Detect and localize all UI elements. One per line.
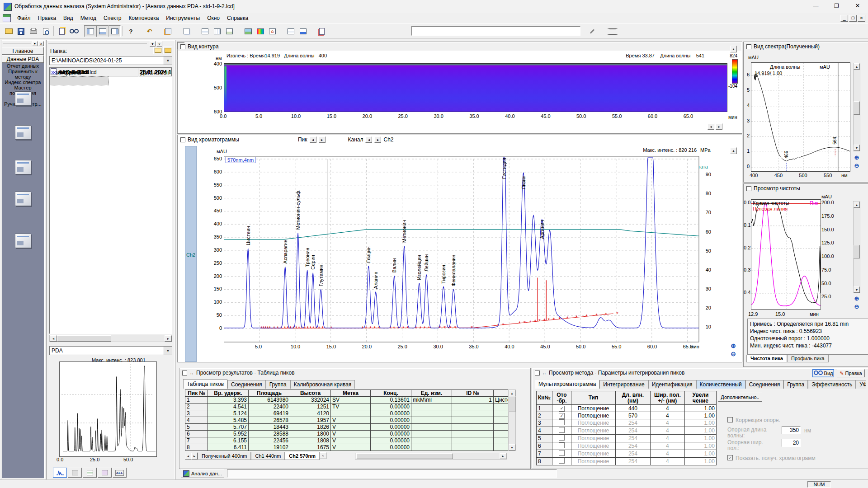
menu-Окно[interactable]: Окно — [203, 14, 223, 23]
layout-right-toggle[interactable] — [108, 25, 121, 37]
menu-Компоновка[interactable]: Компоновка — [125, 14, 162, 23]
channel-prev-button[interactable]: ◄ — [365, 136, 372, 143]
edit-button[interactable]: ✎ Правка — [837, 369, 865, 377]
purity-plot[interactable] — [751, 199, 821, 310]
method-table-row[interactable]: 7Поглощение25441.00 — [537, 450, 717, 458]
method-tab-6[interactable]: Группа — [783, 380, 808, 389]
mini-chromatogram[interactable] — [59, 361, 157, 457]
results-table[interactable]: Пик №Вр. удерж.ПлощадьВысотаМеткаКонц.Ед… — [185, 389, 512, 451]
peak-table-row[interactable]: 65.952285881800V0.00000 — [185, 431, 512, 437]
wavelength-tag[interactable]: 570nm,4nm — [226, 157, 255, 163]
contour-right-arrow[interactable]: ► — [716, 123, 722, 130]
chevron-down-icon[interactable]: ▼ — [164, 56, 172, 65]
mdi-close-button[interactable]: ✕ — [858, 15, 865, 22]
channel-tab-Ch2-570nm[interactable]: Ch2 570nm — [285, 452, 320, 460]
menu-Инструменты[interactable]: Инструменты — [162, 14, 203, 23]
method-table-row[interactable]: 5Поглощение25441.00 — [537, 435, 717, 442]
purity-tab-1[interactable]: Чистота пика — [746, 355, 787, 362]
sidebar-item-1[interactable]: Отчет данных — [2, 63, 44, 69]
ref-bandwidth-field[interactable]: 20 — [782, 439, 801, 447]
mdi-minimize-button[interactable]: _ — [840, 15, 848, 22]
contour-view-button[interactable] — [254, 25, 266, 37]
results-tab-4[interactable]: Калибровочная кривая — [290, 380, 355, 389]
detector-combo[interactable]: PDA ▼ — [49, 346, 172, 355]
menu-Справка[interactable]: Справка — [223, 14, 252, 23]
sidebar-item-2[interactable]: Применить к методу — [2, 69, 44, 80]
peak-table-header[interactable]: Ед. изм. — [411, 390, 452, 397]
menu-Правка[interactable]: Правка — [34, 14, 60, 23]
minimize-button[interactable]: — — [806, 0, 826, 13]
peak-table-header[interactable]: Вр. удерж. — [208, 390, 249, 397]
contour-plot[interactable] — [224, 63, 727, 112]
menu-Вид[interactable]: Вид — [60, 14, 77, 23]
additional-button[interactable]: Дополнительно.. — [718, 393, 762, 402]
peak-table-row[interactable]: 76.155224561808V0.00000 — [185, 437, 512, 444]
help-button[interactable]: ? — [125, 25, 137, 37]
save-button[interactable] — [15, 25, 27, 37]
pane-restore-icon[interactable] — [182, 371, 187, 375]
search-button[interactable] — [68, 25, 80, 37]
chart-view-button[interactable] — [297, 25, 309, 37]
image-view-button[interactable] — [242, 25, 254, 37]
file-row-sample-3.lcd[interactable]: sample-3.lcd26.01.2024 1 — [50, 95, 172, 104]
menu-Метод[interactable]: Метод — [77, 14, 100, 23]
file-row-std-1-9-2.lcd[interactable]: std-1-9-2.lcd26.01.2024 1 — [50, 77, 172, 86]
results-hscrollbar[interactable]: ► — [355, 453, 507, 460]
list-tab-icon[interactable] — [83, 468, 97, 478]
method-tab-4[interactable]: Количественный — [696, 380, 745, 389]
method-tab-1[interactable]: Мультихроматограмма — [535, 380, 599, 389]
file-list[interactable]: Имя файлаДата изменstd-1-9-2.lcd26.01.20… — [49, 67, 172, 334]
peak-table-header[interactable]: Метка — [331, 390, 371, 397]
method-table-row[interactable]: 2✓Поглощение57041.00 — [537, 412, 717, 419]
purity-tab-2[interactable]: Профиль пика — [787, 355, 829, 362]
peak-table-header[interactable]: Конц. — [371, 390, 411, 397]
peak-table-row[interactable]: 35.1246941941200.00000 — [185, 410, 512, 417]
balance-button[interactable] — [606, 25, 618, 37]
spectrum-zoom-out-icon[interactable]: ⊖ — [853, 162, 861, 169]
file-row-sample.lcd[interactable]: sample.lcd25.01.2024 1 — [50, 113, 172, 122]
pane-restore-icon[interactable] — [746, 44, 751, 49]
toolbar-search-input[interactable] — [411, 26, 580, 36]
method-table-row[interactable]: 8Поглощение25441.00 — [537, 458, 717, 465]
pane-restore-icon[interactable] — [535, 371, 540, 375]
method-table-row[interactable]: 3Поглощение25441.00 — [537, 419, 717, 427]
method-tab-7[interactable]: Эффективность — [808, 380, 856, 389]
grid-view-button[interactable] — [285, 25, 297, 37]
copy-table-button[interactable] — [180, 25, 193, 37]
pane-restore-icon[interactable] — [180, 137, 185, 142]
sidebar-item-3[interactable]: Индекс спектра — [2, 80, 44, 85]
method-tab-3[interactable]: Идентификация — [648, 380, 696, 389]
results-tab-2[interactable]: Соединения — [227, 380, 266, 389]
file-row-sample-2.lcd[interactable]: sample-2.lcd25.01.2024 1 — [50, 104, 172, 113]
report-apply-button[interactable] — [316, 25, 328, 37]
method-table[interactable]: Кн№Ото -бр.ТипДл. влн. (нм)Шир. пол. +/-… — [536, 391, 717, 465]
sidebar-close-button[interactable]: x — [38, 41, 44, 46]
spectrum-scrollbar[interactable]: ▲ ▼ — [853, 63, 860, 151]
document-icon[interactable] — [3, 14, 11, 22]
table-grid-button[interactable] — [211, 25, 223, 37]
report-button[interactable] — [56, 25, 68, 37]
channel-tab-Ch1-440nm[interactable]: Ch1 440nm — [251, 452, 285, 460]
layout-bottom-toggle[interactable] — [96, 25, 108, 37]
results-tab-1[interactable]: Таблица пиков — [183, 379, 227, 389]
sidebar-tab-main[interactable]: Главное — [2, 47, 44, 55]
method-table-row[interactable]: 1✓Поглощение44041.00 — [537, 405, 717, 412]
peak-table-row[interactable]: 13.3936143980332024SV0.13601mkM\ml1Цисте — [185, 397, 512, 404]
maximize-button[interactable]: ❐ — [826, 0, 847, 13]
peak-table-header[interactable]: Площадь — [249, 390, 290, 397]
open-button[interactable] — [3, 25, 15, 37]
chevron-down-icon[interactable]: ▼ — [164, 347, 172, 355]
correction-checkbox[interactable] — [727, 417, 733, 422]
peak-table-header[interactable]: Высота — [290, 390, 331, 397]
view-button[interactable]: Вид — [812, 369, 834, 377]
undo-button[interactable]: ↶ — [143, 25, 156, 37]
channel-tab-Полученный-400nm[interactable]: Полученный 400nm — [198, 452, 251, 460]
peak-table-row[interactable]: 86.411191021675V0.00000 — [185, 444, 512, 451]
wrench-button[interactable] — [586, 25, 598, 37]
file-row-AAC-std-1-9.lcd[interactable]: AAC-std-1-9.lcd25.01.2024 1 — [50, 122, 172, 131]
peak-table[interactable]: Пик №Вр. удерж.ПлощадьВысотаМеткаКонц.Ед… — [185, 389, 512, 451]
filelist-hscrollbar[interactable]: ◄ ► — [49, 335, 172, 342]
method-table-grid[interactable]: Кн№Ото -бр.ТипДл. влн. (нм)Шир. пол. +/-… — [536, 391, 717, 465]
channel-tab-arrows[interactable]: ◄► — [185, 452, 198, 460]
report-tab-icon[interactable] — [68, 468, 82, 478]
